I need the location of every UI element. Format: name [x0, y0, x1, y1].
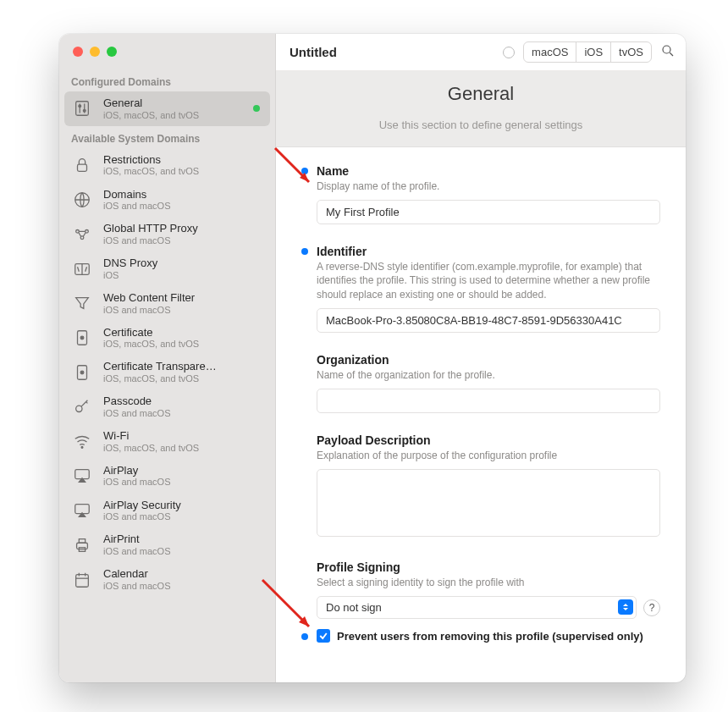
svg-point-3	[79, 105, 81, 108]
lock-icon	[71, 154, 93, 176]
minimize-window-button[interactable]	[90, 47, 100, 57]
sidebar-item-label: Certificate	[103, 326, 263, 339]
sidebar-item-sub: iOS, macOS, and tvOS	[103, 443, 263, 454]
sliders-icon	[71, 97, 93, 119]
svg-line-28	[670, 52, 673, 56]
close-window-button[interactable]	[73, 47, 83, 57]
configured-domains-header: Configured Domains	[59, 69, 275, 91]
required-bullet	[301, 248, 308, 255]
identifier-desc: A reverse-DNS style identifier (com.exam…	[317, 260, 660, 301]
certificate-icon	[71, 327, 93, 349]
prevent-removal-label: Prevent users from removing this profile…	[337, 630, 643, 643]
sidebar-item-domains[interactable]: DomainsiOS and macOS	[64, 183, 270, 218]
key-icon	[71, 396, 93, 418]
general-form: Name Display name of the profile. Identi…	[276, 147, 686, 682]
signing-select[interactable]: Do not sign	[317, 596, 637, 619]
signing-help-button[interactable]: ?	[643, 599, 660, 616]
name-label: Name	[317, 164, 660, 178]
sidebar-item-wi-fi[interactable]: Wi-FiiOS, macOS, and tvOS	[64, 424, 270, 459]
sidebar-item-label: Global HTTP Proxy	[103, 222, 263, 235]
identifier-input[interactable]	[317, 308, 660, 333]
svg-point-13	[80, 336, 84, 339]
status-dot-configured	[253, 105, 260, 112]
sidebar-item-label: Web Content Filter	[103, 291, 263, 305]
identifier-label: Identifier	[317, 245, 660, 258]
sidebar-item-sub: iOS, macOS, and tvOS	[103, 339, 263, 350]
sidebar-item-sub: iOS and macOS	[103, 477, 263, 488]
payload-desc: Explanation of the purpose of the config…	[317, 449, 660, 462]
platform-tvos[interactable]: tvOS	[610, 42, 651, 62]
search-icon[interactable]	[660, 43, 676, 62]
field-prevent-removal: Prevent users from removing this profile…	[301, 629, 660, 643]
organization-desc: Name of the organization for the profile…	[317, 368, 660, 382]
organization-input[interactable]	[317, 389, 660, 413]
name-input[interactable]	[317, 200, 660, 224]
window-controls	[59, 34, 275, 69]
sidebar-item-label: Restrictions	[103, 153, 263, 167]
sidebar-item-global-http-proxy[interactable]: Global HTTP ProxyiOS and macOS	[64, 217, 270, 251]
sidebar-item-certificate[interactable]: CertificateiOS, macOS, and tvOS	[64, 321, 270, 356]
unsaved-indicator	[503, 47, 515, 58]
svg-rect-20	[77, 543, 88, 549]
sidebar-item-restrictions[interactable]: RestrictionsiOS, macOS, and tvOS	[64, 148, 270, 183]
sidebar-item-web-content-filter[interactable]: Web Content FilteriOS and macOS	[64, 286, 270, 321]
payload-input[interactable]	[317, 469, 660, 537]
sidebar-item-dns-proxy[interactable]: DNS ProxyiOS	[64, 251, 270, 286]
wifi-icon	[71, 430, 93, 452]
select-arrows-icon	[618, 599, 633, 615]
sidebar-item-label: Certificate Transpare…	[103, 360, 263, 373]
airplay-icon	[71, 465, 93, 487]
sidebar-item-label: Wi-Fi	[103, 429, 263, 443]
available-domains-list: RestrictionsiOS, macOS, and tvOSDomainsi…	[59, 148, 275, 597]
field-profile-signing: Profile Signing Select a signing identit…	[301, 560, 660, 619]
sidebar-item-airplay-security[interactable]: AirPlay SecurityiOS and macOS	[64, 494, 270, 528]
maximize-window-button[interactable]	[107, 47, 117, 57]
sidebar-item-label: Domains	[103, 188, 263, 201]
sidebar-item-label: DNS Proxy	[103, 257, 263, 270]
prevent-removal-checkbox[interactable]	[317, 629, 330, 643]
svg-point-7	[76, 229, 80, 233]
sidebar-item-sub: iOS, macOS, and tvOS	[103, 110, 243, 121]
sidebar-item-sub: iOS	[103, 270, 263, 281]
platform-macos[interactable]: macOS	[524, 42, 576, 62]
svg-rect-23	[76, 574, 89, 587]
panel-header: General Use this section to define gener…	[276, 71, 686, 147]
sidebar: Configured Domains General iOS, macOS, a…	[59, 34, 276, 682]
main-panel: Untitled macOS iOS tvOS General Use this…	[276, 34, 686, 682]
platform-segmented-control: macOS iOS tvOS	[523, 41, 652, 63]
svg-point-8	[85, 229, 89, 233]
available-domains-header: Available System Domains	[59, 126, 275, 148]
svg-point-16	[76, 406, 82, 411]
field-payload-description: Payload Description Explanation of the p…	[301, 433, 660, 540]
sidebar-item-label: AirPrint	[103, 533, 263, 546]
sidebar-item-general[interactable]: General iOS, macOS, and tvOS	[64, 91, 270, 126]
svg-point-9	[80, 236, 84, 240]
sidebar-item-sub: iOS and macOS	[103, 235, 263, 246]
sidebar-item-sub: iOS, macOS, and tvOS	[103, 373, 263, 384]
signing-desc: Select a signing identity to sign the pr…	[317, 576, 660, 589]
airplay-icon	[71, 500, 93, 522]
platform-ios[interactable]: iOS	[576, 42, 610, 62]
panel-title: General	[276, 83, 686, 105]
payload-label: Payload Description	[317, 433, 660, 447]
sidebar-item-airprint[interactable]: AirPrintiOS and macOS	[64, 527, 270, 562]
sidebar-item-label: AirPlay Security	[103, 499, 263, 512]
sidebar-item-sub: iOS and macOS	[103, 201, 263, 212]
sidebar-item-calendar[interactable]: CalendariOS and macOS	[64, 562, 270, 597]
panel-hint: Use this section to define general setti…	[276, 119, 686, 131]
signing-select-value: Do not sign	[326, 601, 382, 614]
certificate-icon	[71, 362, 93, 384]
svg-point-17	[81, 447, 83, 449]
sidebar-item-sub: iOS and macOS	[103, 546, 263, 557]
svg-point-27	[663, 46, 670, 53]
sidebar-item-sub: iOS and macOS	[103, 581, 263, 592]
required-bullet	[301, 168, 308, 174]
sidebar-item-passcode[interactable]: PasscodeiOS and macOS	[64, 389, 270, 424]
svg-point-15	[80, 371, 84, 374]
sidebar-item-label: Passcode	[103, 395, 263, 408]
field-name: Name Display name of the profile.	[301, 164, 660, 224]
funnel-icon	[71, 292, 93, 314]
sidebar-item-label: AirPlay	[103, 464, 263, 477]
sidebar-item-airplay[interactable]: AirPlayiOS and macOS	[64, 459, 270, 494]
sidebar-item-certificate-transpare-[interactable]: Certificate Transpare…iOS, macOS, and tv…	[64, 355, 270, 389]
